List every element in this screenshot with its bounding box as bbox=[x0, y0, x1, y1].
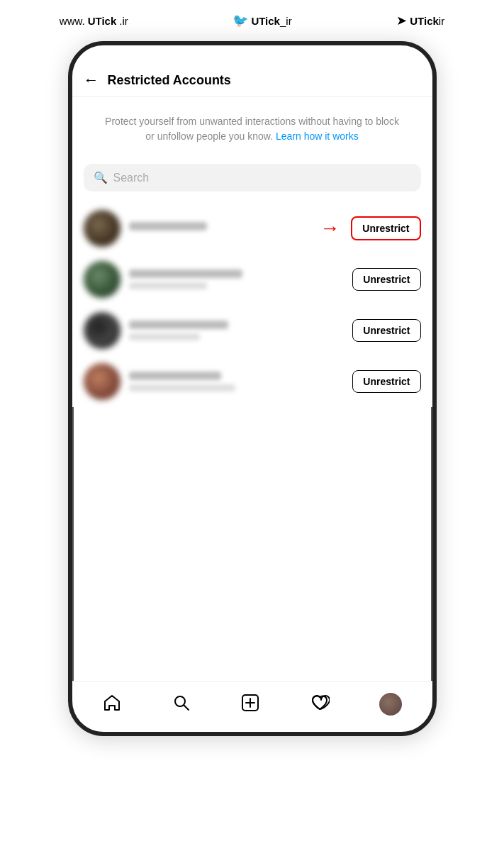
status-bar bbox=[72, 45, 432, 65]
telegram-icon: ➤ bbox=[396, 13, 407, 28]
avatar bbox=[84, 210, 121, 247]
branding-bar: www.UTick.ir 🐦 UTick_ir ➤ UTickir bbox=[0, 0, 504, 35]
page-header: ← Restricted Accounts bbox=[72, 65, 432, 97]
account-handle bbox=[129, 333, 200, 340]
page-title: Restricted Accounts bbox=[108, 73, 231, 88]
account-name bbox=[129, 269, 242, 278]
telegram-text: UTickir bbox=[410, 15, 444, 27]
search-placeholder: Search bbox=[113, 172, 150, 184]
avatar bbox=[84, 261, 121, 298]
heart-icon bbox=[310, 693, 330, 716]
nav-home[interactable] bbox=[96, 687, 128, 721]
telegram-brand: ➤ UTickir bbox=[396, 13, 444, 28]
account-name bbox=[129, 372, 221, 380]
unrestrict-button[interactable]: Unrestrict bbox=[352, 268, 420, 291]
unrestrict-button[interactable]: Unrestrict bbox=[351, 216, 420, 240]
avatar bbox=[84, 312, 121, 349]
account-info bbox=[129, 269, 345, 289]
twitter-brand: 🐦 UTick_ir bbox=[233, 13, 291, 28]
nav-new-post[interactable] bbox=[235, 687, 266, 721]
table-row: → Unrestrict bbox=[84, 203, 421, 254]
unrestrict-button[interactable]: Unrestrict bbox=[352, 319, 420, 342]
search-icon: 🔍 bbox=[94, 171, 108, 184]
phone-frame: ← Restricted Accounts Protect yourself f… bbox=[68, 41, 437, 736]
nav-heart[interactable] bbox=[304, 687, 335, 721]
back-button[interactable]: ← bbox=[84, 71, 99, 89]
account-name bbox=[129, 222, 207, 230]
account-name bbox=[129, 321, 228, 329]
svg-line-1 bbox=[184, 705, 189, 710]
search-nav-icon bbox=[172, 693, 191, 716]
arrow-indicator: → bbox=[320, 218, 342, 238]
description-section: Protect yourself from unwanted interacti… bbox=[72, 97, 432, 158]
account-info bbox=[129, 222, 312, 235]
twitter-icon: 🐦 bbox=[233, 13, 248, 28]
nav-profile[interactable] bbox=[374, 687, 408, 721]
nav-search[interactable] bbox=[166, 687, 197, 721]
new-post-icon bbox=[240, 693, 260, 716]
table-row: Unrestrict bbox=[84, 356, 421, 407]
website-prefix: www. bbox=[60, 15, 85, 27]
website-bold: UTick bbox=[88, 15, 117, 27]
twitter-bold: UTick_ir bbox=[251, 15, 291, 27]
website-suffix: .ir bbox=[119, 15, 128, 27]
home-icon bbox=[102, 693, 122, 716]
avatar bbox=[84, 363, 121, 400]
unrestrict-button[interactable]: Unrestrict bbox=[352, 370, 420, 393]
search-container: 🔍 Search bbox=[72, 158, 432, 203]
account-handle bbox=[129, 384, 235, 391]
learn-link[interactable]: Learn how it works bbox=[276, 130, 359, 142]
table-row: Unrestrict bbox=[84, 254, 421, 305]
account-handle bbox=[129, 282, 207, 289]
account-list: → Unrestrict Unrestrict Unrestrict bbox=[72, 203, 432, 407]
profile-avatar-icon bbox=[379, 693, 402, 716]
website-brand: www.UTick.ir bbox=[60, 15, 128, 27]
bottom-navigation bbox=[72, 681, 432, 732]
search-bar[interactable]: 🔍 Search bbox=[84, 164, 421, 191]
red-arrow-icon: → bbox=[320, 218, 340, 238]
table-row: Unrestrict bbox=[84, 305, 421, 356]
account-info bbox=[129, 321, 345, 340]
account-info bbox=[129, 372, 345, 391]
